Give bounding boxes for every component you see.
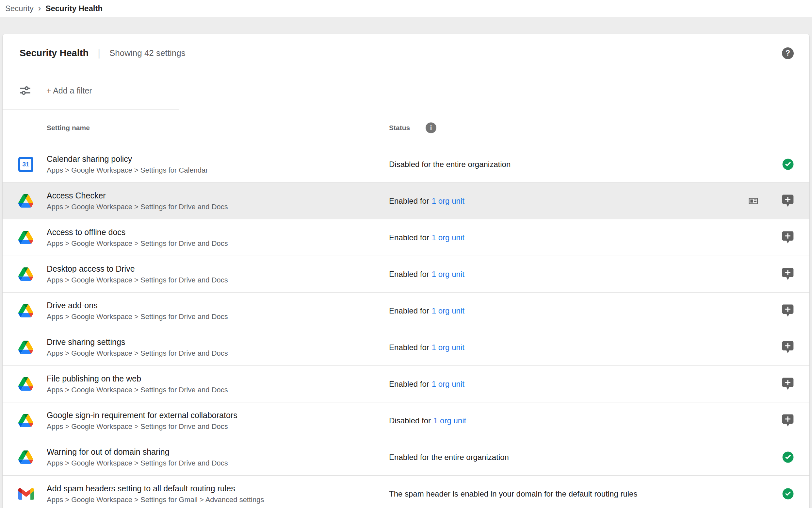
gmail-icon — [18, 488, 34, 500]
status-text: Enabled for — [389, 197, 429, 206]
details-icon — [747, 196, 759, 206]
breadcrumb: Security › Security Health — [0, 0, 812, 17]
row-text-cell: Desktop access to Drive Apps > Google Wo… — [47, 264, 389, 284]
row-status-cell: Enabled for the entire organization — [389, 453, 740, 462]
drive-icon — [18, 267, 33, 281]
recommendation-badge-icon[interactable] — [782, 304, 794, 318]
setting-name: Access Checker — [47, 191, 389, 200]
card-header: Security Health | Showing 42 settings ? — [3, 34, 809, 72]
drive-icon — [18, 414, 33, 427]
table-row[interactable]: 31 — [3, 183, 809, 219]
row-text-cell: File publishing on the web Apps > Google… — [47, 374, 389, 394]
row-text-cell: Add spam headers setting to all default … — [47, 484, 389, 504]
drive-icon — [18, 341, 33, 354]
recommendation-badge-icon[interactable] — [782, 414, 794, 427]
row-icon-cell: 31 — [3, 488, 47, 500]
row-icon-cell: 31 — [3, 377, 47, 391]
setting-path: Apps > Google Workspace > Settings for D… — [47, 203, 389, 211]
row-status-cell: Enabled for 1 org unit — [389, 343, 740, 352]
row-text-cell: Drive add-ons Apps > Google Workspace > … — [47, 301, 389, 321]
status-org-unit-link[interactable]: 1 org unit — [433, 416, 466, 425]
drive-icon — [18, 194, 33, 208]
setting-name: Google sign-in requirement for external … — [47, 411, 389, 420]
row-icon-cell: 31 — [3, 157, 47, 172]
row-badge-cell — [766, 267, 809, 281]
filter-icon — [18, 84, 32, 97]
row-text-cell: Calendar sharing policy Apps > Google Wo… — [47, 154, 389, 175]
calendar-day-glyph: 31 — [20, 159, 31, 170]
row-badge-cell — [766, 158, 809, 170]
info-icon[interactable]: i — [426, 122, 436, 133]
table-row[interactable]: 31 — [3, 219, 809, 256]
setting-name: Desktop access to Drive — [47, 264, 389, 273]
setting-path: Apps > Google Workspace > Settings for D… — [47, 459, 389, 467]
row-text-cell: Drive sharing settings Apps > Google Wor… — [47, 337, 389, 357]
status-text: The spam header is enabled in your domai… — [389, 490, 637, 499]
row-status-cell: Enabled for 1 org unit — [389, 270, 740, 279]
status-org-unit-link[interactable]: 1 org unit — [432, 306, 465, 315]
drive-icon — [18, 304, 33, 318]
setting-path: Apps > Google Workspace > Settings for D… — [47, 386, 389, 394]
setting-name: Calendar sharing policy — [47, 154, 389, 164]
row-badge-cell — [766, 488, 809, 500]
table-row[interactable]: 31 — [3, 293, 809, 329]
status-org-unit-link[interactable]: 1 org unit — [432, 380, 465, 389]
status-org-unit-link[interactable]: 1 org unit — [432, 233, 465, 242]
status-org-unit-link[interactable]: 1 org unit — [432, 343, 465, 352]
row-icon-cell: 31 — [3, 451, 47, 464]
status-text: Enabled for the entire organization — [389, 453, 509, 462]
setting-name: Drive sharing settings — [47, 337, 389, 347]
drive-icon — [18, 451, 33, 464]
setting-name: Drive add-ons — [47, 301, 389, 310]
status-text: Enabled for — [389, 233, 429, 242]
table-row[interactable]: 31 — [3, 476, 809, 508]
row-badge-cell — [766, 231, 809, 244]
chevron-right-icon: › — [38, 4, 41, 13]
breadcrumb-security[interactable]: Security — [5, 4, 34, 13]
table-row[interactable]: 31 — [3, 146, 809, 183]
table-row[interactable]: 31 — [3, 403, 809, 439]
setting-path: Apps > Google Workspace > Settings for D… — [47, 312, 389, 321]
status-text: Enabled for — [389, 306, 429, 315]
recommendation-badge-icon[interactable] — [782, 267, 794, 281]
page-title: Security Health — [19, 48, 89, 58]
row-status-cell: The spam header is enabled in your domai… — [389, 490, 740, 499]
recommendation-badge-icon[interactable] — [782, 377, 794, 391]
status-text: Disabled for the entire organization — [389, 160, 511, 169]
table-row[interactable]: 31 — [3, 366, 809, 403]
drive-icon — [18, 377, 33, 391]
row-icon-cell: 31 — [3, 304, 47, 318]
settings-table-body: 31 — [3, 146, 809, 508]
setting-name: Warning for out of domain sharing — [47, 447, 389, 457]
column-status: Status — [389, 124, 410, 132]
setting-path: Apps > Google Workspace > Settings for D… — [47, 239, 389, 248]
drive-icon — [18, 231, 33, 244]
row-status-cell: Enabled for 1 org unit — [389, 306, 740, 315]
status-org-unit-link[interactable]: 1 org unit — [432, 197, 465, 206]
status-text: Enabled for — [389, 343, 429, 352]
status-org-unit-link[interactable]: 1 org unit — [432, 270, 465, 279]
recommendation-badge-icon[interactable] — [782, 341, 794, 354]
help-button[interactable]: ? — [782, 47, 794, 59]
title-divider: | — [98, 48, 100, 59]
row-extra-cell — [740, 196, 766, 206]
setting-path: Apps > Google Workspace > Settings for D… — [47, 422, 389, 431]
add-filter-button[interactable]: + Add a filter — [46, 86, 92, 95]
recommendation-badge-icon[interactable] — [782, 231, 794, 244]
row-text-cell: Access to offline docs Apps > Google Wor… — [47, 227, 389, 248]
setting-path: Apps > Google Workspace > Settings for G… — [47, 496, 389, 504]
table-row[interactable]: 31 — [3, 256, 809, 293]
row-text-cell: Warning for out of domain sharing Apps >… — [47, 447, 389, 467]
status-ok-icon — [782, 158, 794, 170]
table-row[interactable]: 31 — [3, 439, 809, 476]
row-status-cell: Enabled for 1 org unit — [389, 233, 740, 242]
table-row[interactable]: 31 — [3, 329, 809, 366]
setting-path: Apps > Google Workspace > Settings for C… — [47, 166, 389, 175]
setting-path: Apps > Google Workspace > Settings for D… — [47, 349, 389, 357]
breadcrumb-security-health: Security Health — [45, 4, 103, 13]
setting-path: Apps > Google Workspace > Settings for D… — [47, 276, 389, 284]
row-icon-cell: 31 — [3, 341, 47, 354]
row-status-cell: Disabled for the entire organization — [389, 160, 740, 169]
status-text: Enabled for — [389, 380, 429, 389]
recommendation-badge-icon[interactable] — [782, 194, 794, 208]
